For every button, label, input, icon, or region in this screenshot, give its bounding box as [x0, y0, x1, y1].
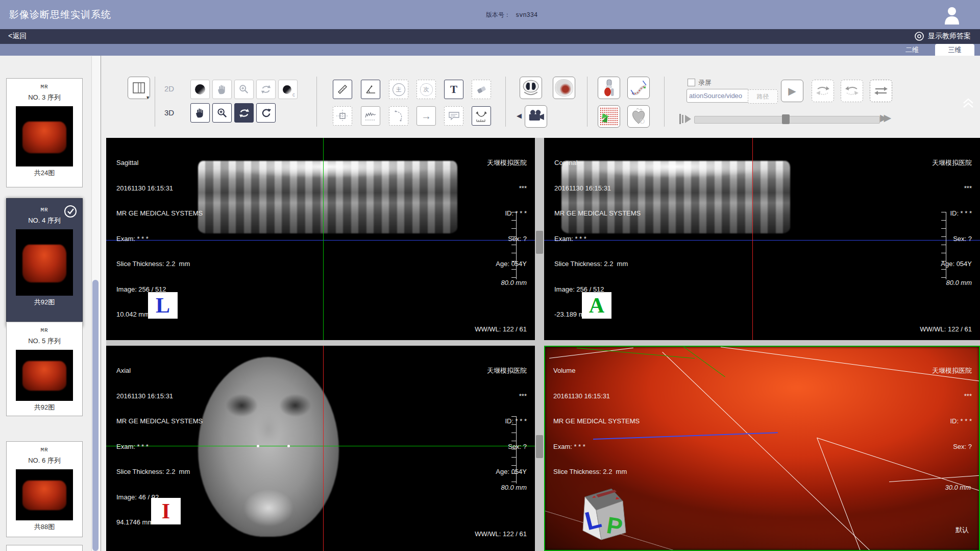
viewport-volume-selected[interactable]: L P Volume 20161130 16:15:31 MR GE MEDIC…: [544, 346, 980, 551]
selected-check-icon: [64, 205, 77, 218]
2d-window-level-reset-button[interactable]: c: [278, 80, 298, 99]
knee-view-button[interactable]: [598, 77, 620, 99]
viewport-sagittal[interactable]: Sagittal 20161130 16:15:31 MR GE MEDICAL…: [106, 138, 535, 340]
speed-slider-thumb[interactable]: [782, 114, 790, 124]
spline-curve-icon: [392, 109, 405, 123]
exam-label: Exam: * * *: [116, 443, 203, 451]
play-button[interactable]: ▶: [781, 80, 803, 102]
vessel-view-button[interactable]: [598, 105, 620, 128]
tab-2d[interactable]: 二维: [899, 45, 925, 55]
2d-window-level-button[interactable]: [190, 80, 210, 99]
show-teacher-answer-label: 显示教师答案: [928, 32, 971, 41]
measure-ruler-button[interactable]: [333, 80, 352, 99]
2d-zoom-button[interactable]: [234, 80, 254, 99]
slice-thickness: Slice Thickness: 2.2 mm: [553, 468, 640, 476]
record-screen-checkbox[interactable]: [688, 79, 695, 86]
sidebar-scrollbar-thumb[interactable]: [92, 280, 99, 551]
loop-forward-button[interactable]: [812, 80, 834, 102]
sagittal-scrollbar-thumb[interactable]: [536, 231, 543, 254]
window-level-icon: [283, 85, 291, 94]
heart-3d-icon: D: [630, 107, 647, 126]
patient-sex: Sex: ?: [932, 443, 972, 451]
3d-reset-rotation-button[interactable]: [256, 103, 276, 123]
svg-text:D: D: [640, 117, 645, 125]
orientation-cube[interactable]: L P: [570, 484, 639, 547]
video-path-input[interactable]: ationSource/video: [687, 89, 749, 103]
reference-point: [257, 445, 259, 447]
profile-curve-button[interactable]: [361, 106, 380, 126]
secondary-glyph: 次: [424, 86, 429, 93]
speed-slider-track[interactable]: [694, 116, 880, 124]
back-button[interactable]: <返回: [8, 32, 27, 41]
viewport-name: Coronal: [554, 159, 641, 167]
measure-angle-button[interactable]: [361, 80, 380, 99]
mode-2d-label: 2D: [164, 84, 174, 93]
crosshair-vertical-red[interactable]: [752, 138, 753, 340]
roi-box-button[interactable]: [333, 106, 352, 126]
spine-measure-view-button[interactable]: [627, 77, 650, 99]
refresh-icon: [260, 107, 272, 119]
user-profile-icon[interactable]: [942, 5, 962, 25]
scale-ruler: [511, 416, 517, 484]
viewport-name: Axial: [116, 367, 203, 375]
loop-back-icon: [844, 85, 860, 97]
sagittal-mr-image: [198, 161, 457, 233]
crosshair-vertical-red[interactable]: [323, 346, 324, 551]
slice-thickness: Slice Thickness: 2.2 mm: [116, 260, 203, 269]
version-info: 版本号：svn334: [486, 11, 537, 19]
axial-scrollbar-thumb[interactable]: [536, 435, 543, 458]
comment-bubble-icon: [447, 109, 460, 123]
viewport-horizontal-splitter[interactable]: [106, 340, 980, 346]
preset-label[interactable]: 默认: [955, 525, 969, 535]
collapse-toolbar-button[interactable]: [962, 97, 975, 109]
text-annotation-button[interactable]: T: [444, 80, 463, 99]
skull-3d-view-button[interactable]: [553, 77, 575, 99]
slice-thickness: Slice Thickness: 2.2 mm: [554, 260, 641, 269]
study-datetime: 20161130 16:15:31: [553, 392, 640, 401]
hand-icon: [216, 84, 228, 95]
viewport-axial[interactable]: Axial 20161130 16:15:31 MR GE MEDICAL SY…: [106, 346, 535, 551]
series-modality: MR: [7, 327, 82, 333]
eraser-button[interactable]: [472, 80, 491, 99]
coronal-info-right: 天堰模拟医院 *** ID: * * * Sex: ? Age: 054Y: [932, 142, 972, 285]
comment-button[interactable]: [444, 106, 463, 126]
patient-name-masked: ***: [932, 392, 972, 401]
series-card-4-selected[interactable]: MR NO. 4 序列 共92图: [6, 198, 83, 327]
patient-id: ID: * * *: [487, 417, 527, 426]
3d-rotate-button-selected[interactable]: [234, 103, 254, 123]
crosshair-vertical-green[interactable]: [323, 138, 324, 340]
path-button[interactable]: 路径: [748, 89, 778, 104]
spline-button[interactable]: [389, 106, 408, 126]
show-teacher-answer-button[interactable]: 显示教师答案: [914, 31, 971, 41]
export-video-button[interactable]: [525, 105, 547, 128]
3d-pan-button[interactable]: [190, 103, 210, 123]
measure-secondary-button[interactable]: 次: [416, 80, 436, 99]
sagittal-info-right: 天堰模拟医院 *** ID: * * * Sex: ? Age: 054Y: [487, 142, 527, 285]
measure-primary-button[interactable]: 主: [389, 80, 408, 99]
series-thumbnail: [16, 350, 73, 401]
series-card-partial[interactable]: [6, 545, 83, 551]
series-card-6[interactable]: MR NO. 6 序列 共88图: [6, 441, 83, 537]
loop-back-button[interactable]: [841, 80, 863, 102]
series-name: NO. 3 序列: [7, 93, 82, 102]
viewport-coronal[interactable]: Coronal 20161130 16:15:31 MR GE MEDICAL …: [544, 138, 980, 340]
series-card-3[interactable]: MR NO. 3 序列 共24图: [6, 78, 83, 187]
roi-crosshair-icon: [336, 109, 349, 123]
curve-measure-button[interactable]: [472, 106, 491, 126]
2d-pan-button[interactable]: [212, 80, 232, 99]
2d-rotate-button[interactable]: [256, 80, 276, 99]
layout-button[interactable]: ▾: [128, 77, 150, 99]
volume-info-right: 天堰模拟医院 *** ID: * * * Sex: ?: [932, 350, 972, 468]
series-card-5[interactable]: MR NO. 5 序列 共92图: [6, 322, 83, 416]
lung-ct-view-button[interactable]: [520, 77, 542, 99]
zoom-in-icon: [238, 84, 250, 95]
ping-pong-button[interactable]: [870, 80, 892, 102]
scale-label: 80.0 mm: [501, 279, 527, 286]
heart-view-button[interactable]: D: [627, 105, 650, 128]
video-camera-icon: [527, 109, 545, 124]
profile-curve-icon: [364, 109, 377, 123]
arrow-annotation-button[interactable]: →: [416, 106, 436, 126]
3d-zoom-button[interactable]: [212, 103, 232, 123]
tab-3d[interactable]: 三维: [935, 44, 974, 56]
series-modality: MR: [7, 84, 82, 90]
